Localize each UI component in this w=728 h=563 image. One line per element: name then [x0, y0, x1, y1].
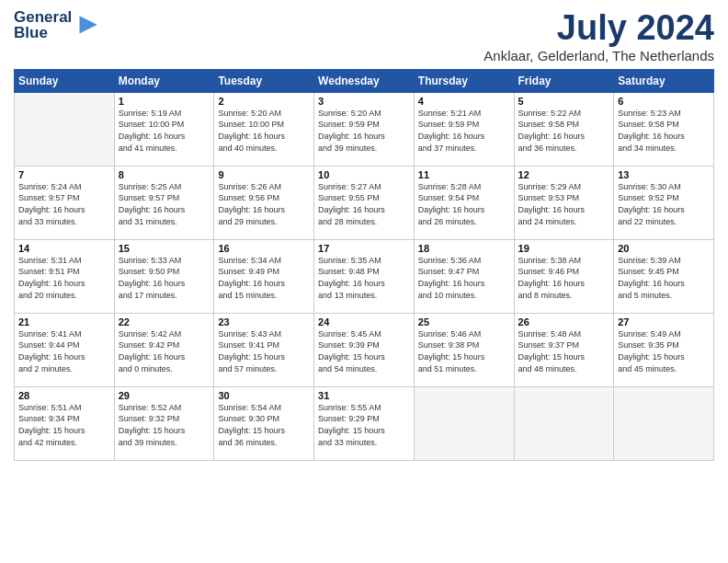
- header-cell-monday: Monday: [114, 69, 214, 92]
- cell-content: Sunrise: 5:41 AM Sunset: 9:44 PM Dayligh…: [18, 328, 110, 374]
- cell-content: Sunrise: 5:23 AM Sunset: 9:58 PM Dayligh…: [618, 108, 710, 154]
- cell-content: Sunrise: 5:36 AM Sunset: 9:47 PM Dayligh…: [418, 255, 510, 301]
- cell-content: Sunrise: 5:34 AM Sunset: 9:49 PM Dayligh…: [218, 255, 310, 301]
- day-number: 14: [18, 243, 110, 254]
- day-number: 30: [218, 390, 310, 401]
- logo-blue: Blue: [14, 25, 72, 40]
- cell-content: Sunrise: 5:55 AM Sunset: 9:29 PM Dayligh…: [318, 402, 410, 448]
- cell-content: Sunrise: 5:22 AM Sunset: 9:58 PM Dayligh…: [518, 108, 610, 154]
- day-number: 21: [18, 316, 110, 327]
- cell-content: Sunrise: 5:33 AM Sunset: 9:50 PM Dayligh…: [119, 255, 210, 301]
- calendar-cell: 24Sunrise: 5:45 AM Sunset: 9:39 PM Dayli…: [314, 313, 415, 386]
- week-row-1: 7Sunrise: 5:24 AM Sunset: 9:57 PM Daylig…: [15, 166, 714, 239]
- title-area: July 2024 Anklaar, Gelderland, The Nethe…: [483, 9, 714, 63]
- calendar-table: SundayMondayTuesdayWednesdayThursdayFrid…: [14, 69, 714, 461]
- calendar-cell: 12Sunrise: 5:29 AM Sunset: 9:53 PM Dayli…: [514, 166, 614, 239]
- cell-content: Sunrise: 5:28 AM Sunset: 9:54 PM Dayligh…: [418, 181, 510, 227]
- week-row-4: 28Sunrise: 5:51 AM Sunset: 9:34 PM Dayli…: [15, 386, 714, 460]
- subtitle: Anklaar, Gelderland, The Netherlands: [483, 48, 714, 63]
- day-number: 20: [618, 243, 710, 254]
- logo: General Blue ►: [14, 9, 103, 40]
- day-number: 23: [218, 316, 310, 327]
- calendar-cell: [414, 386, 514, 460]
- cell-content: Sunrise: 5:26 AM Sunset: 9:56 PM Dayligh…: [218, 181, 310, 227]
- day-number: 1: [119, 96, 210, 107]
- calendar-cell: 20Sunrise: 5:39 AM Sunset: 9:45 PM Dayli…: [614, 239, 714, 313]
- calendar-cell: 9Sunrise: 5:26 AM Sunset: 9:56 PM Daylig…: [214, 166, 314, 239]
- header-cell-tuesday: Tuesday: [214, 69, 314, 92]
- cell-content: Sunrise: 5:30 AM Sunset: 9:52 PM Dayligh…: [618, 181, 710, 227]
- header-row: SundayMondayTuesdayWednesdayThursdayFrid…: [15, 69, 714, 92]
- calendar-cell: 10Sunrise: 5:27 AM Sunset: 9:55 PM Dayli…: [314, 166, 415, 239]
- day-number: 4: [418, 96, 510, 107]
- day-number: 28: [18, 390, 110, 401]
- week-row-0: 1Sunrise: 5:19 AM Sunset: 10:00 PM Dayli…: [15, 92, 714, 166]
- calendar-cell: 19Sunrise: 5:38 AM Sunset: 9:46 PM Dayli…: [514, 239, 614, 313]
- day-number: 18: [418, 243, 510, 254]
- calendar-page: General Blue ► July 2024 Anklaar, Gelder…: [0, 0, 728, 563]
- calendar-cell: [614, 386, 714, 460]
- cell-content: Sunrise: 5:39 AM Sunset: 9:45 PM Dayligh…: [618, 255, 710, 301]
- cell-content: Sunrise: 5:25 AM Sunset: 9:57 PM Dayligh…: [119, 181, 210, 227]
- calendar-cell: 15Sunrise: 5:33 AM Sunset: 9:50 PM Dayli…: [114, 239, 214, 313]
- calendar-cell: 17Sunrise: 5:35 AM Sunset: 9:48 PM Dayli…: [314, 239, 415, 313]
- calendar-cell: 30Sunrise: 5:54 AM Sunset: 9:30 PM Dayli…: [214, 386, 314, 460]
- month-title: July 2024: [483, 9, 714, 48]
- calendar-cell: 14Sunrise: 5:31 AM Sunset: 9:51 PM Dayli…: [15, 239, 115, 313]
- calendar-cell: 4Sunrise: 5:21 AM Sunset: 9:59 PM Daylig…: [414, 92, 514, 166]
- day-number: 19: [518, 243, 610, 254]
- day-number: 26: [518, 316, 610, 327]
- cell-content: Sunrise: 5:45 AM Sunset: 9:39 PM Dayligh…: [318, 328, 410, 374]
- day-number: 8: [119, 169, 210, 180]
- day-number: 3: [318, 96, 410, 107]
- header-cell-friday: Friday: [514, 69, 614, 92]
- calendar-cell: 8Sunrise: 5:25 AM Sunset: 9:57 PM Daylig…: [114, 166, 214, 239]
- cell-content: Sunrise: 5:54 AM Sunset: 9:30 PM Dayligh…: [218, 402, 310, 448]
- calendar-cell: 16Sunrise: 5:34 AM Sunset: 9:49 PM Dayli…: [214, 239, 314, 313]
- week-row-3: 21Sunrise: 5:41 AM Sunset: 9:44 PM Dayli…: [15, 313, 714, 386]
- cell-content: Sunrise: 5:49 AM Sunset: 9:35 PM Dayligh…: [618, 328, 710, 374]
- calendar-cell: 21Sunrise: 5:41 AM Sunset: 9:44 PM Dayli…: [15, 313, 115, 386]
- day-number: 13: [618, 169, 710, 180]
- cell-content: Sunrise: 5:27 AM Sunset: 9:55 PM Dayligh…: [318, 181, 410, 227]
- cell-content: Sunrise: 5:43 AM Sunset: 9:41 PM Dayligh…: [218, 328, 310, 374]
- calendar-cell: 28Sunrise: 5:51 AM Sunset: 9:34 PM Dayli…: [15, 386, 115, 460]
- calendar-cell: 23Sunrise: 5:43 AM Sunset: 9:41 PM Dayli…: [214, 313, 314, 386]
- logo-general: General: [14, 9, 72, 25]
- calendar-cell: 7Sunrise: 5:24 AM Sunset: 9:57 PM Daylig…: [15, 166, 115, 239]
- calendar-cell: 2Sunrise: 5:20 AM Sunset: 10:00 PM Dayli…: [214, 92, 314, 166]
- logo-arrow-icon: ►: [74, 6, 103, 40]
- day-number: 29: [119, 390, 210, 401]
- cell-content: Sunrise: 5:52 AM Sunset: 9:32 PM Dayligh…: [119, 402, 210, 448]
- day-number: 17: [318, 243, 410, 254]
- header-cell-wednesday: Wednesday: [314, 69, 415, 92]
- day-number: 6: [618, 96, 710, 107]
- day-number: 27: [618, 316, 710, 327]
- day-number: 25: [418, 316, 510, 327]
- calendar-cell: 27Sunrise: 5:49 AM Sunset: 9:35 PM Dayli…: [614, 313, 714, 386]
- cell-content: Sunrise: 5:20 AM Sunset: 10:00 PM Daylig…: [218, 108, 310, 154]
- calendar-cell: 18Sunrise: 5:36 AM Sunset: 9:47 PM Dayli…: [414, 239, 514, 313]
- header-cell-sunday: Sunday: [15, 69, 115, 92]
- day-number: 15: [119, 243, 210, 254]
- calendar-cell: [514, 386, 614, 460]
- cell-content: Sunrise: 5:42 AM Sunset: 9:42 PM Dayligh…: [119, 328, 210, 374]
- cell-content: Sunrise: 5:29 AM Sunset: 9:53 PM Dayligh…: [518, 181, 610, 227]
- day-number: 16: [218, 243, 310, 254]
- cell-content: Sunrise: 5:46 AM Sunset: 9:38 PM Dayligh…: [418, 328, 510, 374]
- calendar-cell: 13Sunrise: 5:30 AM Sunset: 9:52 PM Dayli…: [614, 166, 714, 239]
- calendar-cell: 26Sunrise: 5:48 AM Sunset: 9:37 PM Dayli…: [514, 313, 614, 386]
- cell-content: Sunrise: 5:21 AM Sunset: 9:59 PM Dayligh…: [418, 108, 510, 154]
- cell-content: Sunrise: 5:31 AM Sunset: 9:51 PM Dayligh…: [18, 255, 110, 301]
- day-number: 11: [418, 169, 510, 180]
- day-number: 31: [318, 390, 410, 401]
- day-number: 22: [119, 316, 210, 327]
- day-number: 9: [218, 169, 310, 180]
- calendar-cell: 25Sunrise: 5:46 AM Sunset: 9:38 PM Dayli…: [414, 313, 514, 386]
- day-number: 12: [518, 169, 610, 180]
- cell-content: Sunrise: 5:51 AM Sunset: 9:34 PM Dayligh…: [18, 402, 110, 448]
- calendar-cell: 11Sunrise: 5:28 AM Sunset: 9:54 PM Dayli…: [414, 166, 514, 239]
- header-cell-thursday: Thursday: [414, 69, 514, 92]
- calendar-cell: 22Sunrise: 5:42 AM Sunset: 9:42 PM Dayli…: [114, 313, 214, 386]
- calendar-cell: 3Sunrise: 5:20 AM Sunset: 9:59 PM Daylig…: [314, 92, 415, 166]
